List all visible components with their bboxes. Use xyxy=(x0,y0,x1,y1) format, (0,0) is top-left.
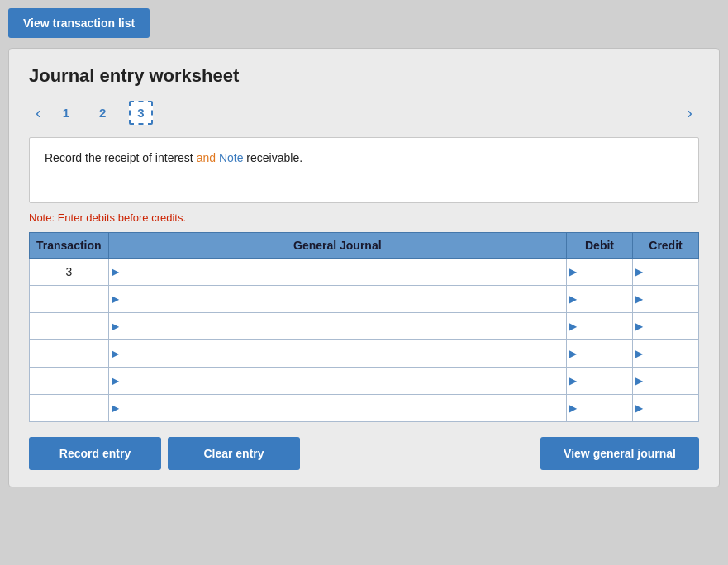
pagination: ‹ 1 2 3 › xyxy=(29,100,699,126)
journal-cell-2[interactable]: ▶ xyxy=(108,313,566,340)
debit-input-1[interactable] xyxy=(579,286,632,312)
credit-input-0[interactable] xyxy=(645,259,698,285)
transaction-cell-4 xyxy=(30,368,109,395)
debit-arrow-5: ▶ xyxy=(567,402,579,414)
debit-input-4[interactable] xyxy=(579,368,632,394)
page-2[interactable]: 2 xyxy=(93,102,112,123)
debit-cell-4[interactable]: ▶ xyxy=(567,368,633,395)
bottom-buttons: Record entry Clear entry View general jo… xyxy=(29,437,699,470)
journal-input-2[interactable] xyxy=(121,313,566,339)
table-row: ▶▶▶ xyxy=(30,286,699,313)
instruction-note-word: Note xyxy=(219,151,244,164)
view-general-journal-button[interactable]: View general journal xyxy=(540,437,699,470)
table-row: 3▶▶▶ xyxy=(30,259,699,286)
credit-cell-5[interactable]: ▶ xyxy=(633,395,699,422)
credit-input-1[interactable] xyxy=(645,286,698,312)
debit-cell-5[interactable]: ▶ xyxy=(567,395,633,422)
debit-cell-2[interactable]: ▶ xyxy=(567,313,633,340)
journal-input-5[interactable] xyxy=(121,395,566,421)
credit-cell-2[interactable]: ▶ xyxy=(633,313,699,340)
credit-arrow-1: ▶ xyxy=(633,293,645,305)
debit-input-3[interactable] xyxy=(579,340,632,367)
clear-entry-button[interactable]: Clear entry xyxy=(168,437,300,470)
debit-arrow-4: ▶ xyxy=(567,375,579,387)
worksheet-title: Journal entry worksheet xyxy=(29,65,699,87)
instruction-and: and xyxy=(197,151,216,164)
journal-arrow-1: ▶ xyxy=(109,293,121,305)
debit-credit-note: Note: Enter debits before credits. xyxy=(29,211,699,224)
credit-arrow-4: ▶ xyxy=(633,375,645,387)
credit-cell-4[interactable]: ▶ xyxy=(633,368,699,395)
credit-arrow-5: ▶ xyxy=(633,402,645,414)
debit-arrow-2: ▶ xyxy=(567,320,579,332)
credit-input-4[interactable] xyxy=(645,368,698,394)
debit-input-0[interactable] xyxy=(579,259,632,285)
page-3-active[interactable]: 3 xyxy=(129,101,152,125)
journal-cell-5[interactable]: ▶ xyxy=(108,395,566,422)
journal-cell-1[interactable]: ▶ xyxy=(108,286,566,313)
transaction-cell-2 xyxy=(30,313,109,340)
debit-input-5[interactable] xyxy=(579,395,632,421)
credit-arrow-3: ▶ xyxy=(633,348,645,359)
view-transaction-list-button[interactable]: View transaction list xyxy=(8,8,150,38)
journal-arrow-3: ▶ xyxy=(109,348,121,359)
debit-input-2[interactable] xyxy=(579,313,632,339)
journal-input-3[interactable] xyxy=(121,340,566,367)
credit-arrow-2: ▶ xyxy=(633,320,645,332)
journal-arrow-0: ▶ xyxy=(109,266,121,278)
journal-input-1[interactable] xyxy=(121,286,566,312)
transaction-cell-5 xyxy=(30,395,109,422)
instruction-box: Record the receipt of interest and Note … xyxy=(29,137,699,203)
debit-cell-1[interactable]: ▶ xyxy=(567,286,633,313)
col-header-transaction: Transaction xyxy=(30,233,109,259)
credit-cell-1[interactable]: ▶ xyxy=(633,286,699,313)
table-row: ▶▶▶ xyxy=(30,340,699,368)
journal-cell-4[interactable]: ▶ xyxy=(108,368,566,395)
credit-cell-0[interactable]: ▶ xyxy=(633,259,699,286)
next-page-arrow[interactable]: › xyxy=(680,100,699,126)
table-row: ▶▶▶ xyxy=(30,395,699,422)
col-header-credit: Credit xyxy=(633,233,699,259)
transaction-cell-3 xyxy=(30,340,109,368)
credit-arrow-0: ▶ xyxy=(633,266,645,278)
transaction-cell-0: 3 xyxy=(30,259,109,286)
worksheet-container: Journal entry worksheet ‹ 1 2 3 › Record… xyxy=(8,48,720,487)
instruction-part3: receivable. xyxy=(243,151,302,164)
instruction-part1: Record the receipt of interest xyxy=(45,151,197,164)
record-entry-button[interactable]: Record entry xyxy=(29,437,161,470)
credit-cell-3[interactable]: ▶ xyxy=(633,340,699,368)
debit-arrow-0: ▶ xyxy=(567,266,579,278)
journal-cell-0[interactable]: ▶ xyxy=(108,259,566,286)
journal-arrow-2: ▶ xyxy=(109,320,121,332)
journal-arrow-5: ▶ xyxy=(109,402,121,414)
page-1[interactable]: 1 xyxy=(56,102,76,123)
col-header-debit: Debit xyxy=(567,233,633,259)
journal-table: Transaction General Journal Debit Credit… xyxy=(29,232,699,422)
table-row: ▶▶▶ xyxy=(30,313,699,340)
credit-input-5[interactable] xyxy=(645,395,698,421)
credit-input-2[interactable] xyxy=(645,313,698,339)
col-header-general-journal: General Journal xyxy=(108,233,566,259)
debit-cell-0[interactable]: ▶ xyxy=(567,259,633,286)
journal-cell-3[interactable]: ▶ xyxy=(108,340,566,368)
prev-page-arrow[interactable]: ‹ xyxy=(29,100,48,126)
debit-cell-3[interactable]: ▶ xyxy=(567,340,633,368)
table-row: ▶▶▶ xyxy=(30,368,699,395)
transaction-cell-1 xyxy=(30,286,109,313)
credit-input-3[interactable] xyxy=(645,340,698,367)
instruction-text: Record the receipt of interest and Note … xyxy=(45,151,683,164)
journal-input-4[interactable] xyxy=(121,368,566,394)
journal-input-0[interactable] xyxy=(121,259,566,285)
debit-arrow-1: ▶ xyxy=(567,293,579,305)
journal-arrow-4: ▶ xyxy=(109,375,121,387)
debit-arrow-3: ▶ xyxy=(567,348,579,359)
